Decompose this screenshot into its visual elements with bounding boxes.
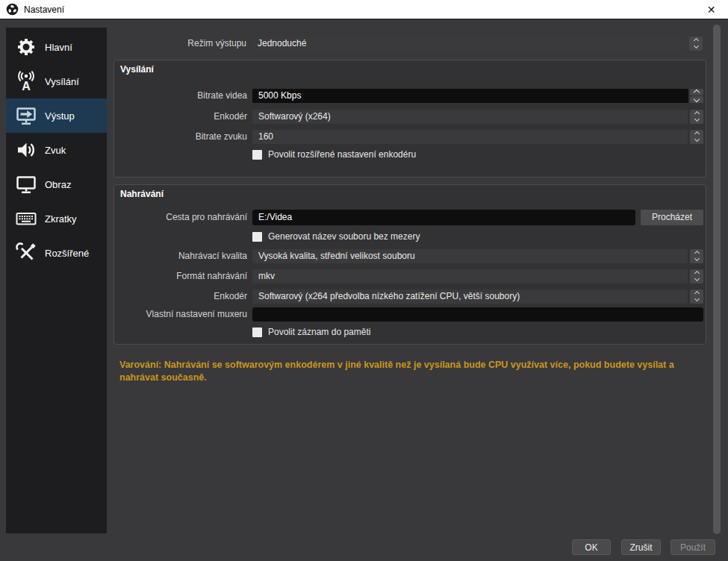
output-monitor-icon xyxy=(14,104,38,128)
streaming-group: Vysílání Bitrate videa 5000 Kbps Enkodér… xyxy=(113,60,706,178)
stream-encoder-select[interactable]: Softwarový (x264) xyxy=(252,110,688,124)
broadcast-icon: A xyxy=(14,69,38,93)
sidebar-item-advanced[interactable]: Rozšířené xyxy=(6,236,107,270)
output-mode-dropdown-arrows-icon[interactable] xyxy=(689,37,703,51)
output-mode-select[interactable]: Jednoduché xyxy=(252,37,687,51)
recording-quality-label: Nahrávací kvalita xyxy=(114,251,247,261)
window-title: Nastavení xyxy=(24,4,64,15)
audio-bitrate-label: Bitrate zvuku xyxy=(114,131,247,142)
sidebar-item-label: Rozšířené xyxy=(45,248,89,259)
keyboard-icon xyxy=(14,207,38,231)
close-icon[interactable]: ✕ xyxy=(694,0,728,19)
stream-encoder-label: Enkodér xyxy=(114,111,247,122)
sidebar-item-label: Zvuk xyxy=(45,145,66,156)
titlebar: Nastavení ✕ xyxy=(0,0,728,19)
sidebar: Hlavní A Vysílání xyxy=(6,28,107,533)
recording-quality-select[interactable]: Vysoká kvalita, střední velikost souboru xyxy=(252,249,688,263)
recording-path-row: Cesta pro nahrávání E:/Videa Procházet xyxy=(114,209,703,225)
browse-button[interactable]: Procházet xyxy=(641,210,703,225)
sidebar-item-label: Obraz xyxy=(45,179,71,190)
monitor-icon xyxy=(14,172,38,196)
video-bitrate-input[interactable]: 5000 Kbps xyxy=(252,89,688,103)
replay-buffer-checkbox[interactable] xyxy=(252,327,262,337)
replay-checkbox-row: Povolit záznam do paměti xyxy=(252,327,370,337)
sidebar-item-label: Zkratky xyxy=(45,213,77,225)
streaming-group-title: Vysílání xyxy=(120,64,154,75)
settings-window: Nastavení ✕ Hlavní xyxy=(0,0,728,561)
video-bitrate-down-icon[interactable] xyxy=(690,96,703,103)
ok-button[interactable]: OK xyxy=(572,539,611,555)
sidebar-item-video[interactable]: Obraz xyxy=(6,167,107,201)
filename-without-space-checkbox[interactable] xyxy=(252,232,262,242)
sidebar-item-label: Hlavní xyxy=(45,42,72,53)
recording-quality-row: Nahrávací kvalita Vysoká kvalita, středn… xyxy=(114,248,703,263)
advanced-encoder-checkbox-row: Povolit rozšířené nastavení enkodéru xyxy=(252,149,416,160)
muxer-settings-label: Vlastní nastavení muxeru xyxy=(114,309,247,319)
audio-bitrate-select[interactable]: 160 xyxy=(252,130,688,144)
recording-quality-dropdown-arrows-icon[interactable] xyxy=(690,249,703,263)
audio-bitrate-row: Bitrate zvuku 160 xyxy=(114,129,703,144)
filename-without-space-checkbox-label: Generovat název souboru bez mezery xyxy=(268,231,420,242)
tools-icon xyxy=(14,241,38,265)
recording-format-row: Formát nahrávání mkv xyxy=(114,269,703,283)
recording-format-dropdown-arrows-icon[interactable] xyxy=(690,269,703,283)
sidebar-item-audio[interactable]: Zvuk xyxy=(6,133,107,167)
audio-bitrate-dropdown-arrows-icon[interactable] xyxy=(690,130,703,144)
output-mode-label: Režim výstupu xyxy=(113,38,246,48)
sidebar-item-label: Výstup xyxy=(45,110,75,122)
window-body: Hlavní A Vysílání xyxy=(0,19,728,561)
recording-format-select[interactable]: mkv xyxy=(252,269,688,283)
recording-group: Nahrávání Cesta pro nahrávání E:/Videa P… xyxy=(113,184,706,345)
stream-encoder-dropdown-arrows-icon[interactable] xyxy=(690,110,703,124)
sidebar-item-output[interactable]: Výstup xyxy=(6,98,107,133)
cancel-button[interactable]: Zrušit xyxy=(621,539,661,555)
obs-logo-icon xyxy=(6,3,19,16)
speaker-icon xyxy=(14,138,38,162)
recording-encoder-dropdown-arrows-icon[interactable] xyxy=(690,289,703,304)
apply-button[interactable]: Použít xyxy=(671,539,715,555)
advanced-encoder-checkbox-label: Povolit rozšířené nastavení enkodéru xyxy=(268,149,416,160)
recording-format-label: Formát nahrávání xyxy=(114,271,247,281)
filename-checkbox-row: Generovat název souboru bez mezery xyxy=(252,231,420,242)
sidebar-item-stream[interactable]: A Vysílání xyxy=(6,64,107,98)
muxer-settings-row: Vlastní nastavení muxeru xyxy=(114,307,703,322)
muxer-settings-input[interactable] xyxy=(252,307,703,322)
output-mode-row: Režim výstupu Jednoduché xyxy=(113,36,703,51)
video-bitrate-up-icon[interactable] xyxy=(690,89,703,95)
sidebar-item-hotkeys[interactable]: Zkratky xyxy=(6,201,107,236)
video-bitrate-row: Bitrate videa 5000 Kbps xyxy=(114,88,703,103)
recording-encoder-label: Enkodér xyxy=(114,291,247,301)
vertical-scrollbar[interactable] xyxy=(713,25,721,534)
gear-icon xyxy=(14,35,38,59)
encoder-warning-text: Varování: Nahrávání se softwarovým enkod… xyxy=(119,359,713,384)
recording-encoder-row: Enkodér Softwarový (x264 předvolba nízké… xyxy=(114,289,703,304)
sidebar-item-label: Vysílání xyxy=(45,76,79,87)
recording-encoder-select[interactable]: Softwarový (x264 předvolba nízkého zatíž… xyxy=(252,289,688,304)
recording-path-input[interactable]: E:/Videa xyxy=(252,210,635,225)
video-bitrate-label: Bitrate videa xyxy=(114,90,247,101)
replay-buffer-checkbox-label: Povolit záznam do paměti xyxy=(268,327,370,337)
stream-encoder-row: Enkodér Softwarový (x264) xyxy=(114,109,703,124)
svg-text:A: A xyxy=(22,80,31,93)
recording-path-label: Cesta pro nahrávání xyxy=(114,212,247,222)
sidebar-item-general[interactable]: Hlavní xyxy=(6,30,107,64)
advanced-encoder-checkbox[interactable] xyxy=(252,150,262,160)
recording-group-title: Nahrávání xyxy=(120,189,164,199)
